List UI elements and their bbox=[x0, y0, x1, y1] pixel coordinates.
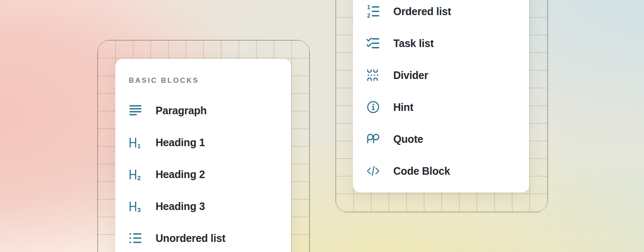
svg-text:1: 1 bbox=[138, 143, 141, 150]
insert-blocks-menu: 1 2Ordered list Task list Divider Hint Q… bbox=[353, 0, 529, 192]
paragraph-icon bbox=[128, 103, 143, 118]
unordered-list-icon bbox=[128, 231, 143, 245]
svg-text:2: 2 bbox=[138, 175, 141, 181]
heading-2-icon: 2 bbox=[128, 167, 143, 181]
menu-item-unordered-list[interactable]: Unordered list bbox=[115, 222, 291, 252]
menu-item-label: Heading 1 bbox=[156, 136, 205, 149]
insert-blocks-menu-list: 1 2Ordered list Task list Divider Hint Q… bbox=[353, 0, 529, 187]
menu-item-code-block[interactable]: Code Block bbox=[353, 155, 529, 187]
menu-item-label: Heading 3 bbox=[156, 200, 205, 213]
task-list-icon bbox=[366, 36, 380, 50]
menu-item-label: Task list bbox=[393, 37, 434, 50]
menu-item-ordered-list[interactable]: 1 2Ordered list bbox=[353, 0, 529, 27]
menu-item-heading-3[interactable]: 3 Heading 3 bbox=[115, 190, 291, 222]
heading-1-icon: 1 bbox=[128, 135, 143, 150]
menu-item-heading-2[interactable]: 2 Heading 2 bbox=[115, 158, 291, 190]
hint-icon bbox=[366, 100, 380, 114]
section-label-basic-blocks: BASIC BLOCKS bbox=[129, 76, 291, 85]
basic-blocks-menu-list: Paragraph 1 Heading 1 2 Heading 2 3 Head… bbox=[115, 94, 291, 252]
menu-item-label: Paragraph bbox=[156, 105, 207, 117]
code-block-icon bbox=[366, 164, 380, 178]
svg-text:1: 1 bbox=[367, 4, 371, 10]
divider-icon bbox=[366, 68, 380, 82]
menu-item-label: Code Block bbox=[393, 165, 450, 177]
heading-3-icon: 3 bbox=[128, 199, 143, 213]
menu-item-divider[interactable]: Divider bbox=[353, 59, 529, 91]
menu-item-heading-1[interactable]: 1 Heading 1 bbox=[115, 126, 291, 158]
menu-item-label: Ordered list bbox=[393, 5, 451, 18]
quote-icon bbox=[366, 132, 380, 146]
menu-item-label: Quote bbox=[393, 133, 423, 145]
svg-text:3: 3 bbox=[138, 207, 141, 213]
menu-item-label: Heading 2 bbox=[156, 168, 205, 181]
menu-item-label: Hint bbox=[393, 101, 413, 113]
menu-item-task-list[interactable]: Task list bbox=[353, 27, 529, 59]
svg-text:2: 2 bbox=[367, 12, 371, 18]
menu-item-hint[interactable]: Hint bbox=[353, 91, 529, 123]
menu-item-paragraph[interactable]: Paragraph bbox=[115, 94, 291, 126]
ordered-list-icon: 1 2 bbox=[366, 4, 380, 18]
menu-item-quote[interactable]: Quote bbox=[353, 123, 529, 155]
menu-item-label: Unordered list bbox=[156, 232, 226, 244]
basic-blocks-menu: BASIC BLOCKS Paragraph 1 Heading 1 2 Hea… bbox=[115, 59, 291, 252]
menu-item-label: Divider bbox=[393, 69, 428, 81]
